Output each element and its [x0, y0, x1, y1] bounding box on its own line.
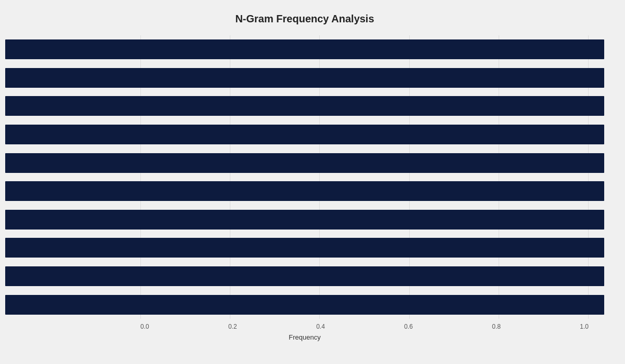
bar-row: systems car entertainment	[5, 208, 604, 231]
bar-row: technology modem subsystems	[5, 293, 604, 316]
chart-container: N-Gram Frequency Analysis hash dozens vu…	[0, 0, 625, 364]
bar-row: entertainment technology modem	[5, 265, 604, 288]
bar	[5, 181, 604, 201]
x-tick: 0.4	[316, 323, 325, 330]
bar	[5, 238, 604, 258]
bars-wrapper: hash dozens vulnerabilitiesdozens vulner…	[5, 35, 604, 319]
bar-row: charge systems car	[5, 180, 604, 203]
bar	[5, 68, 604, 88]
bar-row: car entertainment technology	[5, 236, 604, 260]
bar	[5, 39, 604, 59]
x-axis-label: Frequency	[5, 333, 604, 341]
bar-row: dozens vulnerabilities discover	[5, 66, 604, 89]
x-tick: 1.0	[580, 323, 589, 330]
bar	[5, 153, 604, 173]
x-axis: 0.00.20.40.60.81.0	[5, 323, 604, 330]
bar-row: hash dozens vulnerabilities	[5, 38, 604, 61]
bar-row: vehicle charge systems	[5, 151, 604, 174]
bar	[5, 210, 604, 230]
x-tick: 0.8	[492, 323, 501, 330]
bar	[5, 295, 604, 315]
bar-row: vulnerabilities discover vehicle	[5, 95, 604, 118]
x-tick: 0.0	[140, 323, 149, 330]
bar	[5, 125, 604, 144]
bar-row: discover vehicle charge	[5, 123, 604, 146]
chart-title: N-Gram Frequency Analysis	[5, 10, 604, 25]
x-tick: 0.2	[228, 323, 237, 330]
x-tick: 0.6	[404, 323, 413, 330]
bar	[5, 266, 604, 286]
bar	[5, 96, 604, 116]
